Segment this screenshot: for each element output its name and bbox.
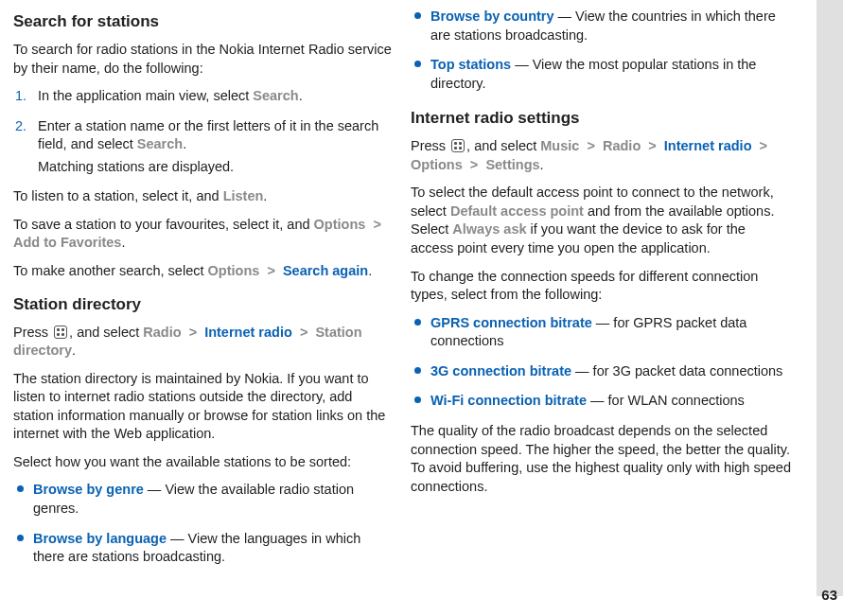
para-listen-c: . [263, 188, 267, 203]
bullet-icon [414, 319, 421, 326]
bullet-top-body: Top stations — View the most popular sta… [430, 56, 791, 93]
step-2-text-c: . [183, 136, 186, 151]
sep [197, 325, 204, 340]
ui-browse-language: Browse by language [33, 531, 167, 546]
sep [275, 263, 283, 278]
bullet-icon [17, 485, 24, 492]
ui-add-favorites: Add to Favorites [13, 235, 121, 250]
right-column: Browse by country — View the countries i… [411, 8, 791, 571]
sep [767, 138, 771, 153]
para-conn-speeds: To change the connection speeds for diff… [411, 268, 791, 305]
sep [752, 138, 760, 153]
sep-gt: > [587, 138, 594, 153]
sep-gt: > [373, 217, 380, 232]
heading-search-stations: Search for stations [13, 11, 394, 33]
page-content: Search for stations To search for radio … [0, 0, 843, 578]
set-h: . [540, 157, 544, 172]
dir-a: Press [13, 325, 52, 340]
sep [657, 138, 664, 153]
ui-options-3: Options [411, 157, 463, 172]
para-sort-intro: Select how you want the available statio… [13, 453, 394, 472]
ui-music: Music [540, 138, 579, 153]
step-2: 2. Enter a station name or the first let… [13, 117, 394, 177]
ui-top-stations: Top stations [430, 57, 511, 72]
para-listen: To listen to a station, select it, and L… [13, 187, 394, 206]
ui-browse-country: Browse by country [430, 9, 554, 24]
page-number: 63 [821, 586, 837, 605]
ui-wifi-bitrate: Wi-Fi connection bitrate [430, 393, 587, 408]
heading-radio-settings: Internet radio settings [411, 108, 791, 130]
sep [182, 325, 189, 340]
para-save-a: To save a station to your favourites, se… [13, 217, 314, 232]
bullet-icon [414, 61, 421, 67]
step-1-text-c: . [299, 88, 303, 103]
ui-radio-2: Radio [603, 138, 641, 153]
ui-settings: Settings [485, 157, 539, 172]
ui-3g-bitrate: 3G connection bitrate [430, 363, 571, 378]
step-1: 1. In the application main view, select … [13, 87, 394, 106]
ui-radio: Radio [143, 325, 181, 340]
para-settings-path: Press , and select Music > Radio > Inter… [411, 137, 791, 174]
para-again-d: . [368, 263, 372, 278]
para-directory-info: The station directory is maintained by N… [13, 370, 394, 444]
step-2-text-a: Enter a station name or the first letter… [38, 118, 378, 152]
bullet-icon [414, 396, 421, 403]
sep [463, 157, 470, 172]
sep-gt: > [189, 325, 197, 340]
sep [292, 325, 300, 340]
sep-gt: > [648, 138, 656, 153]
bullet-icon [17, 535, 24, 541]
ui-always-ask: Always ask [452, 221, 526, 237]
bullet-country-body: Browse by country — View the countries i… [430, 8, 791, 44]
para-save-fav: To save a station to your favourites, se… [13, 216, 394, 253]
ui-internet-radio: Internet radio [204, 325, 292, 340]
menu-icon [451, 139, 465, 152]
sep [595, 138, 603, 153]
step-2-number: 2. [15, 117, 30, 177]
para-default-ap: To select the default access point to co… [411, 184, 791, 257]
ui-search-2: Search [137, 136, 183, 151]
ui-default-access-point: Default access point [450, 203, 584, 219]
para-listen-a: To listen to a station, select it, and [13, 188, 223, 203]
step-1-number: 1. [15, 87, 30, 106]
para-again-a: To make another search, select [13, 263, 208, 278]
ui-browse-genre: Browse by genre [33, 482, 144, 497]
bullet-icon [414, 367, 421, 374]
step-2-body: Enter a station name or the first letter… [38, 117, 394, 177]
bullet-wifi: Wi-Fi connection bitrate — for WLAN conn… [411, 392, 791, 411]
bullet-language: Browse by language — View the languages … [13, 530, 394, 567]
set-b: , and select [466, 138, 540, 153]
sep [381, 217, 385, 232]
side-tab-label: Music folder [839, 59, 843, 153]
bullet-country: Browse by country — View the countries i… [411, 8, 791, 44]
bullet-gprs: GPRS connection bitrate — for GPRS packe… [411, 314, 791, 351]
heading-station-directory: Station directory [13, 294, 394, 316]
bullet-wifi-text: — for WLAN connections [587, 393, 745, 408]
ui-gprs-bitrate: GPRS connection bitrate [430, 315, 592, 330]
bullet-icon [414, 12, 421, 19]
bullet-wifi-body: Wi-Fi connection bitrate — for WLAN conn… [430, 392, 791, 411]
step-1-text-a: In the application main view, select [38, 88, 253, 103]
step-2-result: Matching stations are displayed. [38, 158, 394, 177]
step-1-body: In the application main view, select Sea… [38, 87, 394, 106]
bullet-gprs-body: GPRS connection bitrate — for GPRS packe… [430, 314, 791, 351]
para-save-d: . [121, 235, 125, 250]
para-search-again: To make another search, select Options >… [13, 262, 394, 281]
dir-b: , and select [69, 325, 143, 340]
bullet-3g-body: 3G connection bitrate — for 3G packet da… [430, 362, 791, 381]
para-directory-path: Press , and select Radio > Internet radi… [13, 324, 394, 361]
para-quality: The quality of the radio broadcast depen… [411, 422, 791, 496]
ui-listen: Listen [223, 188, 264, 203]
left-column: Search for stations To search for radio … [13, 8, 394, 571]
bullet-language-body: Browse by language — View the languages … [33, 530, 394, 567]
para-search-intro: To search for radio stations in the Noki… [13, 41, 394, 78]
bullet-genre: Browse by genre — View the available rad… [13, 481, 394, 518]
sep-gt: > [760, 138, 767, 153]
ui-options-1: Options [314, 217, 366, 232]
menu-icon [54, 326, 67, 339]
ui-options-2: Options [208, 263, 260, 278]
bullet-3g-text: — for 3G packet data connections [571, 363, 782, 378]
bullet-3g: 3G connection bitrate — for 3G packet da… [411, 362, 791, 381]
ui-search-again: Search again [283, 263, 368, 278]
dir-f: . [72, 343, 76, 358]
